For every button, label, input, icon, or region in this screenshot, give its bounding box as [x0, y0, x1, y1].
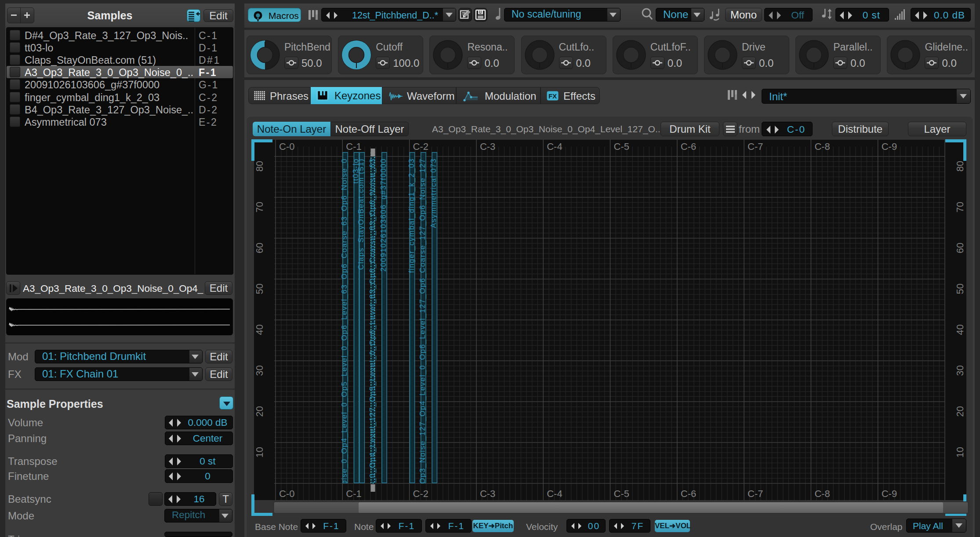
svg-text:C-7: C-7: [748, 488, 763, 499]
svg-text:20: 20: [254, 406, 265, 417]
svg-text:40: 40: [955, 324, 965, 335]
svg-text:C-6: C-6: [681, 488, 696, 499]
svg-text:C-8: C-8: [814, 488, 830, 499]
svg-text:C-4: C-4: [547, 141, 562, 152]
svg-text:10: 10: [955, 447, 965, 457]
svg-text:C-2: C-2: [413, 141, 428, 152]
svg-text:FX: FX: [548, 92, 557, 100]
svg-text:C-9: C-9: [882, 141, 897, 152]
svg-text:20: 20: [955, 406, 965, 417]
svg-text:60: 60: [955, 243, 965, 253]
svg-text:C-3: C-3: [480, 141, 495, 152]
svg-text:C-5: C-5: [614, 488, 629, 499]
svg-text:C-8: C-8: [814, 141, 830, 152]
svg-text:30: 30: [955, 365, 965, 376]
svg-text:C-9: C-9: [882, 488, 897, 499]
svg-text:50: 50: [254, 283, 265, 294]
svg-text:70: 70: [254, 202, 265, 212]
svg-text:30: 30: [254, 365, 265, 376]
svg-text:C-4: C-4: [547, 488, 562, 499]
svg-text:C-1: C-1: [346, 488, 361, 499]
svg-text:D#4_Op3_Rate_3_127_Op3_Noise_0: D#4_Op3_Rate_3_127_Op3_Noise_0_Op4_Level…: [340, 158, 348, 500]
svg-text:C-5: C-5: [614, 141, 629, 152]
svg-text:70: 70: [955, 202, 965, 212]
svg-text:40: 40: [254, 324, 265, 335]
svg-text:80: 80: [955, 161, 965, 171]
svg-text:C-0: C-0: [279, 488, 294, 499]
svg-text:C-0: C-0: [279, 141, 294, 152]
svg-text:Claps_StayOnBeat.com (51): Claps_StayOnBeat.com (51): [357, 158, 365, 270]
svg-text:C-3: C-3: [480, 488, 495, 499]
svg-text:C-1: C-1: [346, 141, 361, 152]
svg-text:50: 50: [955, 283, 965, 294]
svg-text:B4_Op3_Rate_3_127_Op3_Noise_12: B4_Op3_Rate_3_127_Op3_Noise_127_Op4_Leve…: [418, 158, 427, 500]
svg-text:Asymmetrical 073: Asymmetrical 073: [429, 158, 438, 228]
svg-text:60: 60: [254, 243, 265, 253]
svg-text:10: 10: [254, 447, 265, 457]
svg-text:C-7: C-7: [748, 141, 763, 152]
svg-text:finger_cymbal_ding1_k_2_03: finger_cymbal_ding1_k_2_03: [407, 158, 416, 273]
svg-text:A3_Op3_Rate_3_0_Op3_Noise_0_Op: A3_Op3_Rate_3_0_Op3_Noise_0_Op4_Level_12…: [368, 158, 377, 500]
svg-text:C-2: C-2: [413, 488, 428, 499]
svg-text:80: 80: [254, 161, 265, 171]
svg-text:20091026103606_g#37f0000: 20091026103606_g#37f0000: [379, 158, 388, 272]
svg-text:C-6: C-6: [681, 141, 696, 152]
